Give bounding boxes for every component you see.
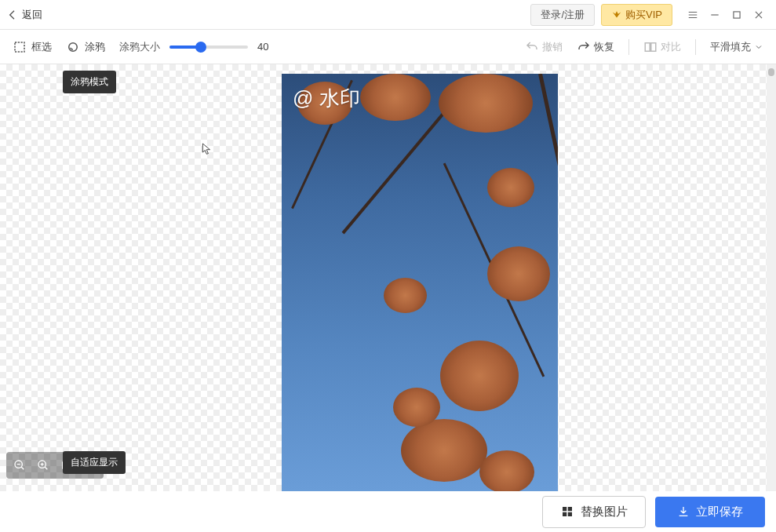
svg-rect-4 [651,42,656,51]
arrow-left-icon [6,9,19,21]
download-icon [677,505,690,518]
redo-label: 恢复 [594,40,614,54]
minimize-icon [709,9,720,20]
brush-size-label: 涂鸦大小 [119,40,160,54]
close-icon [753,9,764,20]
back-button[interactable]: 返回 [6,8,42,22]
compare-icon [643,40,658,54]
leaf-decoration [384,278,427,313]
leaf-decoration [393,388,440,427]
marquee-tool[interactable]: 框选 [13,40,52,54]
leaf-decoration [440,341,519,411]
cursor-icon [202,142,213,156]
leaf-decoration [487,168,534,207]
watermark-text: @ 水印 [293,85,360,112]
zoom-out-button[interactable] [9,455,30,476]
fit-display-tooltip: 自适应显示 [63,451,126,474]
replace-icon [560,505,574,519]
hamburger-icon [687,9,698,20]
svg-rect-0 [734,11,740,17]
login-button[interactable]: 登录/注册 [530,4,595,26]
leaf-decoration [401,419,487,482]
undo-icon [525,40,539,54]
redo-button[interactable]: 恢复 [577,40,614,54]
scroll-thumb[interactable] [768,68,774,76]
fill-mode-label: 平滑填充 [710,40,751,54]
svg-rect-3 [645,42,650,51]
title-bar: 返回 登录/注册 购买VIP [0,0,776,30]
fill-mode-select[interactable]: 平滑填充 [710,40,763,54]
brush-mode-tooltip: 涂鸦模式 [63,71,116,93]
menu-button[interactable] [682,4,704,26]
zoom-in-button[interactable] [33,455,53,476]
redo-icon [577,40,591,54]
close-button[interactable] [748,4,770,26]
brush-icon [66,40,80,54]
svg-rect-1 [15,42,24,52]
undo-label: 撤销 [542,40,563,54]
vip-icon [611,9,622,20]
toolbar: 框选 涂鸦 涂鸦大小 40 撤销 恢复 对比 平滑填充 [0,30,776,64]
compare-label: 对比 [661,40,681,54]
zoom-out-icon [13,459,26,472]
divider [628,39,629,55]
minimize-button[interactable] [704,4,726,26]
divider [695,39,696,55]
brush-label: 涂鸦 [85,40,105,54]
vip-button[interactable]: 购买VIP [601,4,672,26]
compare-button[interactable]: 对比 [643,40,681,54]
maximize-button[interactable] [726,4,748,26]
bottom-bar: 替换图片 立即保存 [0,491,776,532]
leaf-decoration [439,74,533,133]
save-label: 立即保存 [696,505,743,519]
back-label: 返回 [22,8,42,22]
brush-tool[interactable]: 涂鸦 [66,40,105,54]
marquee-label: 框选 [31,40,52,54]
brush-size-value: 40 [257,41,276,53]
image-preview[interactable]: @ 水印 [282,74,558,491]
slider-thumb[interactable] [195,42,206,53]
zoom-in-icon [37,459,49,472]
replace-image-button[interactable]: 替换图片 [542,496,646,528]
save-button[interactable]: 立即保存 [655,497,765,527]
marquee-icon [13,40,27,54]
brush-size-slider[interactable] [169,46,248,49]
chevron-down-icon [754,42,763,52]
maximize-icon [731,9,742,20]
leaf-decoration [487,246,550,301]
canvas-area[interactable]: @ 水印 涂鸦模式 自适应显示 [0,64,776,491]
vip-label: 购买VIP [625,8,662,22]
undo-button[interactable]: 撤销 [525,40,563,54]
brush-size-control: 涂鸦大小 40 [119,40,276,54]
vertical-scrollbar[interactable] [767,64,776,491]
replace-label: 替换图片 [581,505,628,519]
leaf-decoration [360,74,431,121]
leaf-decoration [479,450,534,491]
